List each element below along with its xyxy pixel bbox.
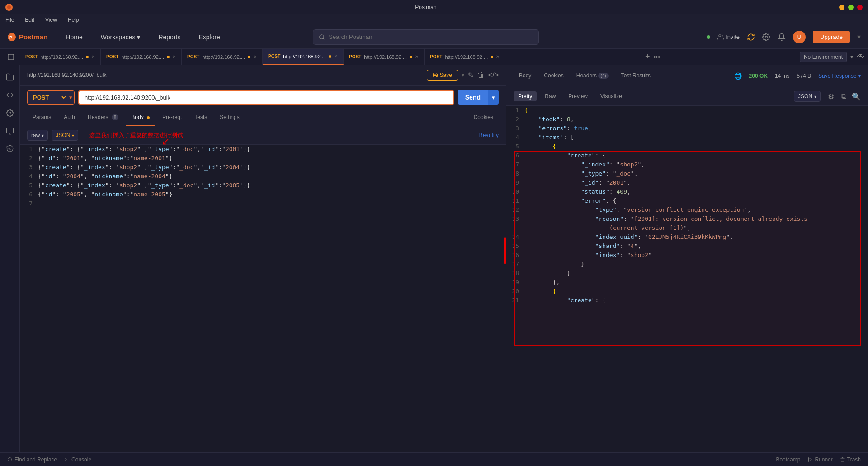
- save-response-button[interactable]: Save Response ▾: [818, 73, 861, 79]
- user-avatar[interactable]: U: [793, 31, 806, 43]
- scrollbar-thumb[interactable]: [504, 237, 506, 264]
- tab-2-url: http://192.168.92....: [121, 54, 164, 60]
- invite-button[interactable]: Invite: [717, 33, 740, 40]
- save-dropdown-btn[interactable]: ▾: [462, 72, 464, 78]
- tab-headers[interactable]: Headers 8: [82, 109, 124, 126]
- tab-1-close[interactable]: ✕: [91, 54, 95, 59]
- tab-3-close[interactable]: ✕: [253, 54, 257, 59]
- env-dropdown-icon[interactable]: ▾: [850, 53, 854, 60]
- resp-line-12: 12 "type": "version_conflict_engine_exce…: [506, 205, 868, 214]
- view-pretty-btn[interactable]: Pretty: [514, 91, 537, 101]
- tab-1[interactable]: POST http://192.168.92.... ✕: [20, 49, 101, 65]
- menu-view[interactable]: View: [43, 16, 59, 24]
- tab-2-close[interactable]: ✕: [172, 54, 176, 59]
- resp-line-20: 20 {: [506, 287, 868, 296]
- code-line-6: 6 {"id": "2005", "nickname":"name-2005"}: [20, 190, 506, 199]
- add-tab-button[interactable]: +: [645, 52, 650, 62]
- nav-explore[interactable]: Explore: [195, 32, 223, 43]
- tab-6-close[interactable]: ✕: [496, 54, 500, 59]
- nav-reports[interactable]: Reports: [155, 32, 184, 43]
- tab-settings[interactable]: Settings: [214, 109, 245, 126]
- trash-icon-request[interactable]: 🗑: [477, 71, 485, 79]
- upgrade-button[interactable]: Upgrade: [813, 31, 850, 43]
- tab-body[interactable]: Body: [126, 109, 155, 126]
- resp-line-16: 16 "index": "shop2": [506, 251, 868, 260]
- menu-help[interactable]: Help: [66, 16, 81, 24]
- resp-tab-headers[interactable]: Headers (4): [571, 69, 614, 83]
- tab-5-close[interactable]: ✕: [415, 54, 419, 59]
- restore-button[interactable]: [848, 5, 854, 10]
- menu-file[interactable]: File: [4, 16, 16, 24]
- beautify-button[interactable]: Beautify: [479, 132, 499, 138]
- tab-params[interactable]: Params: [27, 109, 57, 126]
- console-icon: [64, 457, 70, 462]
- save-button[interactable]: Save: [427, 70, 458, 81]
- svg-rect-8: [6, 128, 13, 133]
- env-selector[interactable]: No Environment: [800, 52, 847, 62]
- close-button[interactable]: [857, 5, 863, 10]
- tab-3[interactable]: POST http://192.168.92.... ✕: [182, 49, 263, 65]
- sidebar-apis-icon[interactable]: [2, 87, 18, 103]
- tab-5[interactable]: POST http://192.168.92.... ✕: [344, 49, 425, 65]
- search-input[interactable]: [329, 33, 533, 40]
- tab-4[interactable]: POST http://192.168.92.... ✕: [263, 49, 344, 65]
- code-icon[interactable]: </>: [488, 71, 499, 79]
- view-preview-btn[interactable]: Preview: [564, 91, 592, 101]
- view-visualize-btn[interactable]: Visualize: [596, 91, 627, 101]
- tab-prereq[interactable]: Pre-req.: [157, 109, 187, 126]
- tab-auth[interactable]: Auth: [58, 109, 80, 126]
- resp-line-6: 6 "create": {: [506, 151, 868, 160]
- send-dropdown[interactable]: ▾: [488, 90, 499, 105]
- nav-home[interactable]: Home: [62, 32, 86, 43]
- tab-1-dot: [86, 56, 89, 58]
- notifications-icon[interactable]: [778, 33, 786, 41]
- sidebar-history-icon[interactable]: [2, 141, 18, 157]
- tab-4-close[interactable]: ✕: [334, 54, 338, 59]
- tab-2[interactable]: POST http://192.168.92.... ✕: [101, 49, 182, 65]
- sidebar-collections-icon[interactable]: [2, 69, 18, 85]
- edit-icon[interactable]: ✎: [468, 71, 474, 80]
- url-input[interactable]: [78, 90, 454, 105]
- runner-button[interactable]: Runner: [807, 456, 832, 463]
- nav-workspaces[interactable]: Workspaces ▾: [97, 32, 144, 43]
- env-settings-icon[interactable]: 👁: [857, 53, 864, 61]
- search-bar[interactable]: [313, 29, 539, 45]
- tab-5-dot: [410, 56, 412, 58]
- new-tab-sidebar-icon[interactable]: [4, 50, 18, 64]
- cookies-link[interactable]: Cookies: [468, 109, 499, 126]
- copy-response-icon[interactable]: ⧉: [841, 92, 846, 100]
- trash-button[interactable]: Trash: [840, 456, 861, 463]
- tab-3-url: http://192.168.92....: [202, 54, 245, 60]
- resp-tab-cookies[interactable]: Cookies: [538, 69, 569, 83]
- sidebar-environments-icon[interactable]: [2, 105, 18, 121]
- upgrade-dropdown[interactable]: ▾: [857, 33, 861, 41]
- resp-line-17: 17 }: [506, 260, 868, 269]
- resp-tab-tests[interactable]: Test Results: [616, 69, 656, 83]
- app-logo: P Postman: [7, 33, 47, 42]
- raw-selector[interactable]: raw ▾: [27, 130, 48, 141]
- method-selector[interactable]: POST GET PUT DELETE ▾: [27, 90, 75, 105]
- sidebar-mock-icon[interactable]: [2, 123, 18, 139]
- request-code-editor[interactable]: 1 {"create": {"_index": "shop2" ,"_type"…: [20, 145, 506, 452]
- send-button[interactable]: Send: [458, 90, 488, 105]
- format-selector[interactable]: JSON ▾: [794, 91, 821, 102]
- sync-icon[interactable]: [747, 33, 755, 41]
- response-body[interactable]: 1 { 2 "took": 8, 3 "errors": true, 4 "it…: [506, 106, 868, 452]
- minimize-button[interactable]: [839, 5, 844, 10]
- console-button[interactable]: Console: [64, 456, 91, 463]
- bootcamp-button[interactable]: Bootcamp: [776, 456, 800, 463]
- method-dropdown[interactable]: POST GET PUT DELETE: [28, 91, 67, 104]
- send-button-area[interactable]: Send ▾: [458, 90, 499, 105]
- tab-6[interactable]: POST http://192.168.92.... ✕: [425, 49, 505, 65]
- json-selector[interactable]: JSON ▾: [52, 130, 78, 141]
- settings-icon[interactable]: [762, 33, 770, 41]
- find-replace-button[interactable]: Find and Replace: [7, 456, 57, 463]
- filter-icon[interactable]: ⚙: [828, 92, 834, 101]
- search-response-icon[interactable]: 🔍: [852, 92, 861, 101]
- resp-tab-body[interactable]: Body: [514, 69, 537, 83]
- code-line-1: 1 {"create": {"_index": "shop2" ,"_type"…: [20, 145, 506, 154]
- view-raw-btn[interactable]: Raw: [540, 91, 560, 101]
- tab-tests[interactable]: Tests: [189, 109, 212, 126]
- more-tabs-button[interactable]: •••: [653, 53, 660, 61]
- menu-edit[interactable]: Edit: [23, 16, 36, 24]
